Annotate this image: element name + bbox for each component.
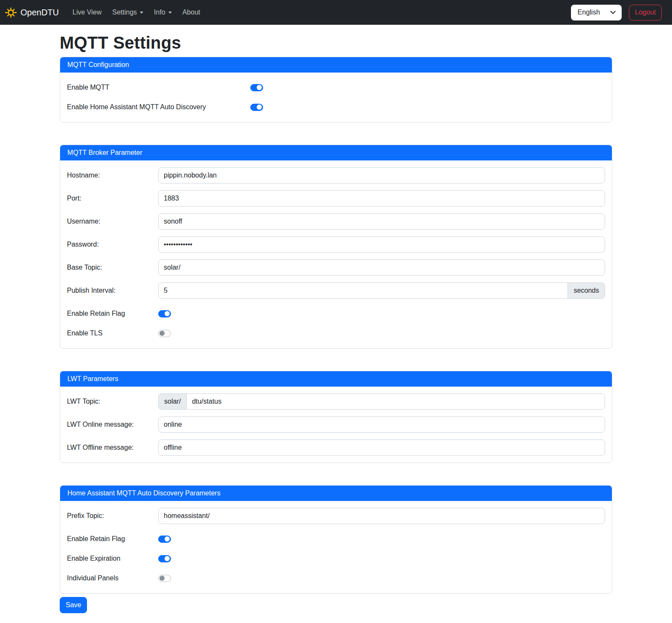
chevron-down-icon xyxy=(140,12,143,14)
hostname-label: Hostname: xyxy=(67,172,158,179)
retain-flag-label: Enable Retain Flag xyxy=(67,310,158,317)
nav-item-live-view[interactable]: Live View xyxy=(69,5,105,20)
publish-interval-label: Publish Interval: xyxy=(67,287,158,294)
prefix-topic-input[interactable] xyxy=(158,508,605,524)
password-input[interactable] xyxy=(158,236,605,253)
username-label: Username: xyxy=(67,218,158,225)
lwt-online-label: LWT Online message: xyxy=(67,421,158,428)
lwt-online-input[interactable] xyxy=(158,416,605,433)
prefix-topic-label: Prefix Topic: xyxy=(67,512,158,520)
username-input[interactable] xyxy=(158,213,605,230)
nav-item-info[interactable]: Info xyxy=(151,5,175,20)
card-header: MQTT Configuration xyxy=(60,57,612,73)
retain-flag-toggle[interactable] xyxy=(158,310,171,317)
enable-mqtt-toggle[interactable] xyxy=(250,84,263,91)
brand-label: OpenDTU xyxy=(20,8,59,17)
lwt-parameters-card: LWT Parameters LWT Topic: solar/ LWT Onl… xyxy=(60,371,612,463)
logout-button[interactable]: Logout xyxy=(629,5,662,20)
enable-hass-discovery-label: Enable Home Assistant MQTT Auto Discover… xyxy=(67,103,250,111)
publish-interval-input[interactable] xyxy=(158,282,568,299)
navbar: OpenDTU Live View Settings Info About En… xyxy=(0,0,672,25)
individual-panels-toggle[interactable] xyxy=(158,575,171,582)
card-header: Home Assistant MQTT Auto Discovery Param… xyxy=(60,486,612,501)
enable-expiration-toggle[interactable] xyxy=(158,555,171,562)
save-button[interactable]: Save xyxy=(60,597,87,613)
enable-mqtt-label: Enable MQTT xyxy=(67,84,250,91)
nav-links: Live View Settings Info About xyxy=(69,5,208,20)
page-title: MQTT Settings xyxy=(60,33,612,52)
lwt-topic-prefix: solar/ xyxy=(158,393,187,410)
mqtt-broker-card: MQTT Broker Parameter Hostname: Port: Us… xyxy=(60,145,612,349)
lwt-offline-input[interactable] xyxy=(158,440,605,456)
nav-item-label: About xyxy=(182,9,200,16)
lwt-topic-label: LWT Topic: xyxy=(67,398,158,405)
nav-item-label: Info xyxy=(154,9,165,16)
hostname-input[interactable] xyxy=(158,167,605,183)
main-content: MQTT Settings MQTT Configuration Enable … xyxy=(60,33,612,622)
nav-item-label: Settings xyxy=(112,9,137,16)
chevron-down-icon xyxy=(610,9,616,14)
port-input[interactable] xyxy=(158,190,605,207)
individual-panels-label: Individual Panels xyxy=(67,574,158,582)
enable-tls-toggle[interactable] xyxy=(158,330,171,337)
chevron-down-icon xyxy=(168,12,172,14)
card-header: MQTT Broker Parameter xyxy=(60,145,612,160)
language-value: English xyxy=(578,9,600,16)
card-header: LWT Parameters xyxy=(60,371,612,387)
nav-item-settings[interactable]: Settings xyxy=(109,5,147,20)
publish-interval-unit: seconds xyxy=(568,282,605,299)
navbar-right: English Logout xyxy=(571,5,662,20)
port-label: Port: xyxy=(67,195,158,202)
hass-retain-toggle[interactable] xyxy=(158,536,171,543)
password-label: Password: xyxy=(67,241,158,248)
base-topic-label: Base Topic: xyxy=(67,264,158,271)
hass-discovery-card: Home Assistant MQTT Auto Discovery Param… xyxy=(60,485,612,594)
lwt-offline-label: LWT Offline message: xyxy=(67,444,158,451)
lwt-topic-input[interactable] xyxy=(186,393,605,410)
enable-hass-discovery-toggle[interactable] xyxy=(250,104,263,111)
enable-expiration-label: Enable Expiration xyxy=(67,555,158,562)
language-select[interactable]: English xyxy=(571,5,622,20)
mqtt-configuration-card: MQTT Configuration Enable MQTT Enable Ho… xyxy=(60,57,612,122)
enable-tls-label: Enable TLS xyxy=(67,329,158,337)
nav-item-label: Live View xyxy=(72,9,101,16)
hass-retain-label: Enable Retain Flag xyxy=(67,535,158,543)
nav-item-about[interactable]: About xyxy=(179,5,204,20)
brand[interactable]: OpenDTU xyxy=(5,7,59,18)
base-topic-input[interactable] xyxy=(158,259,605,276)
sun-icon xyxy=(5,7,17,18)
